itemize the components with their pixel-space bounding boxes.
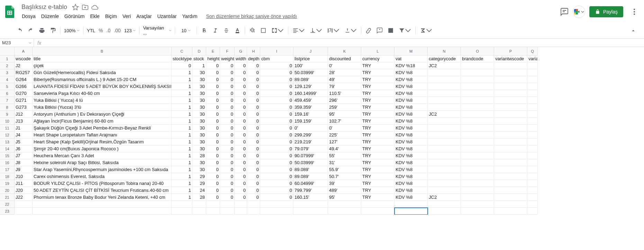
cell[interactable]: 0 xyxy=(220,62,235,69)
cell[interactable]: 0 xyxy=(206,166,220,173)
cell[interactable] xyxy=(494,90,527,97)
cell[interactable]: 0 xyxy=(220,159,235,166)
cell[interactable] xyxy=(494,159,527,166)
column-header[interactable]: H xyxy=(247,47,260,55)
cell[interactable] xyxy=(527,173,538,180)
cell[interactable]: 0 xyxy=(235,145,247,152)
menu-format[interactable]: Biçim xyxy=(103,12,119,20)
cell[interactable]: KDV %8 xyxy=(394,194,428,201)
column-header[interactable]: G xyxy=(235,47,247,55)
cell[interactable] xyxy=(494,201,527,208)
cell[interactable]: 0 xyxy=(247,104,260,111)
cell[interactable]: Antoryum (Anthurium ) Ev Dekorasyon Çiçe… xyxy=(33,111,172,118)
merge-cells-button[interactable] xyxy=(269,26,286,35)
cell[interactable]: 28' xyxy=(328,69,361,76)
cell[interactable]: 0 xyxy=(247,173,260,180)
row-header[interactable]: 19 xyxy=(0,180,15,187)
cell[interactable] xyxy=(494,145,527,152)
cell[interactable]: 159.16' xyxy=(293,111,328,118)
cell[interactable]: KDV %8 xyxy=(394,90,428,97)
cell[interactable]: weight xyxy=(220,55,235,62)
cell[interactable]: width xyxy=(235,55,247,62)
menu-data[interactable]: Veri xyxy=(120,12,133,20)
row-header[interactable]: 6 xyxy=(0,90,15,97)
row-header[interactable]: 9 xyxy=(0,111,15,118)
cell[interactable]: JC2 xyxy=(428,194,461,201)
cell[interactable] xyxy=(527,90,538,97)
cell[interactable]: stocktype xyxy=(172,55,192,62)
cell[interactable]: 0' xyxy=(328,125,361,132)
cell[interactable] xyxy=(527,125,538,132)
cell[interactable]: Şakayık Düğün Çiçeği 3 Adet Pembe-Kırmız… xyxy=(33,125,172,132)
cell[interactable] xyxy=(527,166,538,173)
cell[interactable]: 30 xyxy=(192,69,206,76)
cell[interactable]: 0 xyxy=(206,90,220,97)
cell[interactable]: Biberiye(Rosmarinus officinalis L.) 9 Ad… xyxy=(33,76,172,83)
cell[interactable]: 0 xyxy=(247,69,260,76)
select-all-corner[interactable] xyxy=(0,47,15,55)
cell[interactable]: 0 xyxy=(247,111,260,118)
cell[interactable]: 799.799' xyxy=(293,187,328,194)
v-align-button[interactable] xyxy=(308,26,324,35)
row-header[interactable]: 1 xyxy=(0,55,15,62)
cell[interactable]: 1 xyxy=(172,173,192,180)
cell[interactable] xyxy=(220,208,235,215)
cell[interactable] xyxy=(361,208,394,215)
cell[interactable]: 0 xyxy=(235,166,247,173)
cell[interactable]: J9 xyxy=(15,166,33,173)
cell[interactable]: BODUR YILDIZ ÇALISI - PİTOS (Pittosporum… xyxy=(33,180,172,187)
cell[interactable]: 0 xyxy=(247,90,260,97)
cell[interactable] xyxy=(428,125,461,132)
cell[interactable]: 30 xyxy=(192,139,206,145)
cell[interactable]: 60.04999' xyxy=(293,180,328,187)
cell[interactable]: 0 xyxy=(247,118,260,125)
cell[interactable]: TRY xyxy=(361,180,394,187)
cell[interactable]: TRY xyxy=(361,173,394,180)
cell[interactable]: TRY xyxy=(361,69,394,76)
link-button[interactable] xyxy=(363,26,374,35)
cell[interactable] xyxy=(527,132,538,139)
cell[interactable]: J22 xyxy=(15,194,33,201)
cell[interactable]: 0 xyxy=(235,111,247,118)
fill-color-button[interactable] xyxy=(247,26,257,35)
cell[interactable]: 0 xyxy=(220,118,235,125)
column-header[interactable]: F xyxy=(220,47,235,55)
cell[interactable]: 0 xyxy=(206,180,220,187)
column-header[interactable]: D xyxy=(192,47,206,55)
cell[interactable]: currency xyxy=(361,55,394,62)
cell[interactable] xyxy=(527,139,538,145)
cell[interactable]: 0 xyxy=(260,132,293,139)
cell[interactable]: 79' xyxy=(328,83,361,90)
star-icon[interactable] xyxy=(72,4,79,11)
cell[interactable]: 50.7' xyxy=(328,173,361,180)
cell[interactable] xyxy=(461,69,494,76)
cell[interactable]: 489' xyxy=(328,187,361,194)
column-header[interactable]: N xyxy=(428,47,461,55)
cell[interactable] xyxy=(220,201,235,208)
cell[interactable]: Heart Shape (Kalp Şekilli)Orjinal Resim,… xyxy=(33,139,172,145)
cell[interactable] xyxy=(260,201,293,208)
cell[interactable]: 1 xyxy=(172,118,192,125)
cell[interactable]: Helxine soleirolii Arap Saçı Bitkisi, Sa… xyxy=(33,159,172,166)
cell[interactable] xyxy=(461,201,494,208)
cell[interactable]: 0 xyxy=(247,152,260,159)
name-box[interactable]: M23 xyxy=(0,39,34,47)
cell[interactable] xyxy=(527,180,538,187)
cell[interactable]: title xyxy=(33,55,172,62)
cell[interactable]: 0 xyxy=(260,90,293,97)
row-header[interactable]: 22 xyxy=(0,201,15,208)
cell[interactable]: 159.159' xyxy=(293,118,328,125)
cell[interactable]: 31' xyxy=(328,159,361,166)
cell[interactable] xyxy=(293,201,328,208)
cell[interactable]: JC2 xyxy=(428,62,461,69)
column-header[interactable]: I xyxy=(260,47,293,55)
cell[interactable]: KDV %8 xyxy=(394,83,428,90)
cell[interactable]: 0 xyxy=(260,62,293,69)
cell[interactable]: 0 xyxy=(220,180,235,187)
cell[interactable]: 0 xyxy=(247,125,260,132)
row-header[interactable]: 18 xyxy=(0,173,15,180)
cell[interactable]: 30 xyxy=(192,166,206,173)
row-header[interactable]: 13 xyxy=(0,139,15,145)
cell[interactable]: 0 xyxy=(206,173,220,180)
formula-input[interactable] xyxy=(47,39,644,47)
